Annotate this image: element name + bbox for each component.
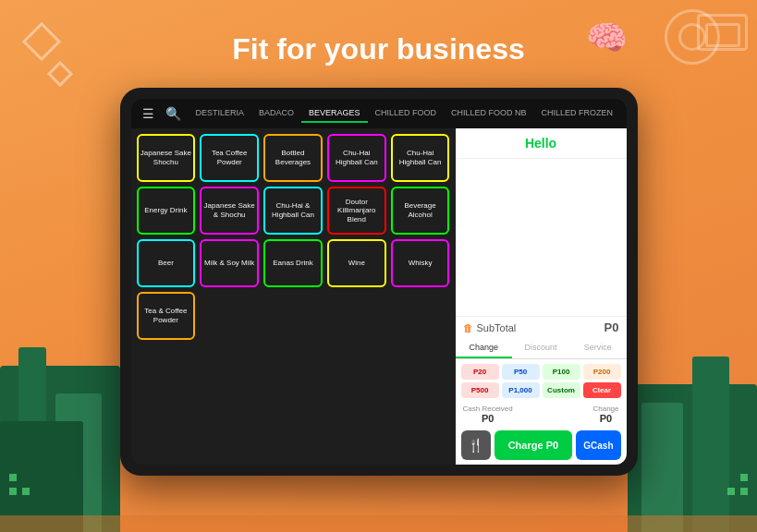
change-value: P0	[592, 413, 618, 424]
amt-btn-clear[interactable]: Clear	[583, 382, 621, 398]
subtotal-amount: P0	[604, 320, 619, 334]
tab-chilled-food[interactable]: CHILLED FOOD	[368, 104, 445, 123]
cash-row: Cash Received P0 Change P0	[456, 403, 627, 426]
subtotal-label: SubTotal	[477, 322, 517, 333]
tab-destileria[interactable]: DESTILERIA	[189, 104, 252, 123]
tablet-screen: ☰ 🔍 DESTILERIA BADACO BEVERAGES CHILLED …	[131, 99, 627, 465]
tablet: ☰ 🔍 DESTILERIA BADACO BEVERAGES CHILLED …	[120, 88, 638, 476]
cash-received-value: P0	[463, 413, 513, 424]
subtotal-row: 🗑 SubTotal P0	[456, 316, 627, 338]
amt-btn-200[interactable]: P200	[583, 364, 621, 380]
product-btn-13[interactable]: Wine	[327, 239, 386, 287]
left-panel: Japanese Sake ShochuTea Coffee PowderBot…	[131, 128, 456, 465]
search-icon[interactable]: 🔍	[162, 104, 185, 123]
nav-tabs: DESTILERIA BADACO BEVERAGES CHILLED FOOD…	[189, 104, 619, 123]
right-panel: Hello 🗑 SubTotal P0 Change Discount Serv…	[456, 128, 627, 465]
product-btn-11[interactable]: Milk & Soy Milk	[200, 239, 259, 287]
product-btn-2[interactable]: Bottled Beverages	[263, 134, 323, 182]
product-btn-4[interactable]: Chu-Hai Highball Can	[391, 134, 450, 182]
product-btn-1[interactable]: Tea Coffee Powder	[200, 134, 259, 182]
change-section: Change P0	[592, 405, 618, 424]
gcash-button[interactable]: GCash	[576, 430, 620, 460]
top-nav: ☰ 🔍 DESTILERIA BADACO BEVERAGES CHILLED …	[131, 99, 627, 128]
amount-buttons: P20 P50 P100 P200 P500 P1,000 Custom Cle…	[456, 359, 627, 403]
amt-btn-1000[interactable]: P1,000	[502, 382, 540, 398]
amt-btn-20[interactable]: P20	[461, 364, 499, 380]
cart-area	[456, 159, 627, 316]
fork-button[interactable]: 🍴	[461, 430, 491, 460]
menu-icon[interactable]: ☰	[139, 104, 158, 123]
tab-badaco[interactable]: BADACO	[251, 104, 301, 123]
product-btn-7[interactable]: Chu-Hai & Highball Can	[263, 187, 323, 235]
product-btn-15[interactable]: Tea & Coffee Powder	[137, 292, 196, 340]
main-area: Japanese Sake ShochuTea Coffee PowderBot…	[131, 128, 627, 465]
cash-received-section: Cash Received P0	[463, 405, 513, 424]
product-btn-5[interactable]: Energy Drink	[137, 187, 196, 235]
product-btn-14[interactable]: Whisky	[391, 239, 450, 287]
amt-btn-500[interactable]: P500	[461, 382, 499, 398]
hello-bar: Hello	[456, 128, 627, 159]
change-label: Change	[592, 405, 618, 413]
tab-change[interactable]: Change	[456, 338, 513, 358]
amt-btn-100[interactable]: P100	[543, 364, 580, 380]
trash-icon: 🗑	[463, 322, 473, 333]
headline: Fit for your business	[232, 32, 524, 66]
payment-tabs-row: Change Discount Service	[456, 338, 627, 359]
product-btn-0[interactable]: Japanese Sake Shochu	[137, 134, 196, 182]
cash-received-label: Cash Received	[463, 405, 513, 413]
tab-chilled-frozen[interactable]: CHILLED FROZEN	[534, 104, 619, 123]
product-btn-12[interactable]: Eanas Drink	[263, 239, 323, 287]
tab-discount[interactable]: Discount	[512, 338, 569, 358]
amt-btn-custom[interactable]: Custom	[543, 382, 580, 398]
product-btn-3[interactable]: Chu-Hai Highball Can	[327, 134, 386, 182]
tab-chilled-food-nb[interactable]: CHILLED FOOD NB	[444, 104, 534, 123]
product-btn-10[interactable]: Beer	[137, 239, 196, 287]
product-grid: Japanese Sake ShochuTea Coffee PowderBot…	[137, 134, 450, 340]
tab-beverages[interactable]: BEVERAGES	[301, 104, 368, 123]
amt-btn-50[interactable]: P50	[502, 364, 540, 380]
bottom-buttons: 🍴 Charge P0 GCash	[456, 426, 627, 465]
charge-button[interactable]: Charge P0	[494, 430, 573, 460]
brain-icon: 🧠	[586, 18, 628, 57]
product-btn-8[interactable]: Doutor Killimanjaro Blend	[327, 187, 386, 235]
product-btn-6[interactable]: Japanese Sake & Shochu	[200, 187, 259, 235]
tab-service[interactable]: Service	[569, 338, 627, 358]
product-btn-9[interactable]: Beverage Alcohol	[391, 187, 450, 235]
